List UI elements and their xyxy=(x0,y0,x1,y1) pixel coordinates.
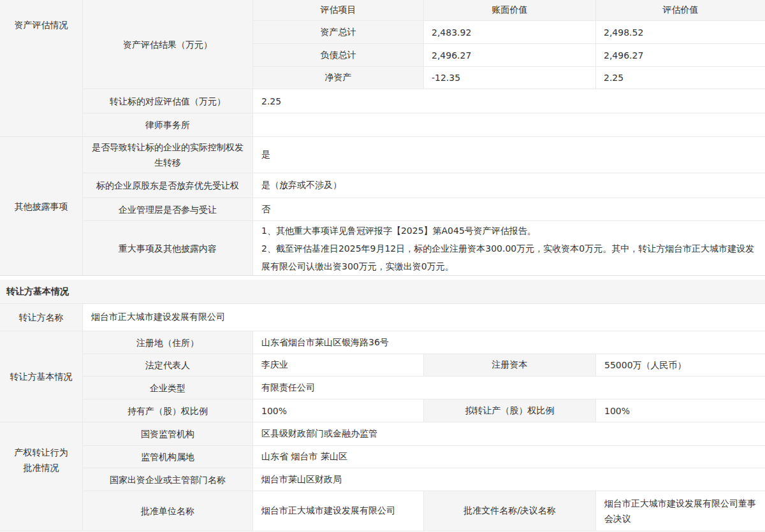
property-transfer-disclosure-page: 资产评估情况 资产评估结果（万元） 评估项目 账面价值 评估价值 资产总计 2,… xyxy=(0,0,765,532)
major-matters-row: 重大事项及其他披露内容 1、其他重大事项详见鲁冠评报字【2025】第A045号资… xyxy=(83,221,765,275)
table-row-total-assets: 资产总计 2,483.92 2,498.52 xyxy=(253,21,765,44)
regulator-row: 国资监管机构 区县级财政部门或金融办监管 xyxy=(83,422,765,446)
field-value-transferor-name: 烟台市正大城市建设发展有限公司 xyxy=(83,304,765,331)
transferor-basic-info-group: 转让方基本情况 注册地（住所） 山东省烟台市莱山区银海路36号 法定代表人 李庆… xyxy=(0,331,765,422)
group-label-text-line1: 产权转让行为 xyxy=(15,445,68,460)
evaluation-table-header-row: 评估项目 账面价值 评估价值 xyxy=(253,0,765,21)
legal-rep-row: 法定代表人 李庆业 注册资本 55000万（人民币） xyxy=(83,354,765,377)
other-disclosure-rows: 是否导致转让标的企业的实际控制权发生转移 是 标的企业原股东是否放弃优先受让权 … xyxy=(83,137,765,275)
field-label-company-type: 企业类型 xyxy=(83,377,253,399)
field-value-target-value: 2.25 xyxy=(253,89,765,113)
target-assessed-value-row: 转让标的对应评估值（万元） 2.25 xyxy=(83,89,765,113)
group-label-basic-info: 转让方基本情况 xyxy=(0,331,83,422)
field-label-legal-rep: 法定代表人 xyxy=(83,354,253,376)
group-label-asset-evaluation: 资产评估情况 xyxy=(0,0,83,136)
approval-unit-row: 批准单位名称 烟台市正大城市建设发展有限公司 批准文件名称/决议名称 烟台市正大… xyxy=(83,491,765,531)
field-value-address: 山东省烟台市莱山区银海路36号 xyxy=(253,331,765,354)
group-label-text: 其他披露事项 xyxy=(15,199,68,214)
field-value-transfer-ratio: 100% xyxy=(596,399,765,422)
major-matters-line-2: 2、截至评估基准日2025年9月12日，标的企业注册资本300.00万元，实收资… xyxy=(261,240,757,275)
waiver-row: 标的企业原股东是否放弃优先受让权 是（放弃或不涉及） xyxy=(83,173,765,198)
field-label-holding-ratio: 持有产（股）权比例 xyxy=(83,399,253,422)
section-title-transferor: 转让方基本情况 xyxy=(0,280,765,304)
field-label-approval-document: 批准文件名称/决议名称 xyxy=(424,491,596,531)
control-transfer-row: 是否导致转让标的企业的实际控制权发生转移 是 xyxy=(83,137,765,173)
book-value-cell: 2,483.92 xyxy=(424,21,596,43)
transferor-name-row: 转让方名称 烟台市正大城市建设发展有限公司 xyxy=(0,304,765,331)
major-matters-line-1: 1、其他重大事项详见鲁冠评报字【2025】第A045号资产评估报告。 xyxy=(261,222,536,240)
registered-address-row: 注册地（住所） 山东省烟台市莱山区银海路36号 xyxy=(83,331,765,354)
state-entity-row: 国家出资企业或主管部门名称 烟台市莱山区财政局 xyxy=(83,468,765,491)
approval-status-group: 产权转让行为 批准情况 国资监管机构 区县级财政部门或金融办监管 监管机构属地 … xyxy=(0,422,765,531)
law-firm-row: 律师事务所 xyxy=(83,113,765,136)
book-value-cell: 2,496.27 xyxy=(424,44,596,66)
field-value-waiver: 是（放弃或不涉及） xyxy=(253,173,765,198)
field-value-management: 否 xyxy=(253,198,765,220)
field-label-transfer-ratio: 拟转让产（股）权比例 xyxy=(424,399,596,422)
field-label-registered-capital: 注册资本 xyxy=(424,354,596,376)
field-label-waiver: 标的企业原股东是否放弃优先受让权 xyxy=(83,173,253,198)
field-label-control-transfer: 是否导致转让标的企业的实际控制权发生转移 xyxy=(83,137,253,173)
approval-rows: 国资监管机构 区县级财政部门或金融办监管 监管机构属地 山东省 烟台市 莱山区 … xyxy=(83,422,765,531)
field-value-regulator-location: 山东省 烟台市 莱山区 xyxy=(253,446,765,468)
field-label-address: 注册地（住所） xyxy=(83,331,253,354)
field-label-approval-unit: 批准单位名称 xyxy=(83,491,253,531)
group-label-other-disclosure: 其他披露事项 xyxy=(0,137,83,275)
group-label-text-line2: 批准情况 xyxy=(24,460,59,475)
field-value-registered-capital: 55000万（人民币） xyxy=(596,354,765,376)
asset-eval-result-row: 资产评估结果（万元） 评估项目 账面价值 评估价值 资产总计 2,483.92 … xyxy=(83,0,765,89)
basic-info-rows: 注册地（住所） 山东省烟台市莱山区银海路36号 法定代表人 李庆业 注册资本 5… xyxy=(83,331,765,422)
field-label-eval-result: 资产评估结果（万元） xyxy=(83,0,253,89)
section-title-text: 转让方基本情况 xyxy=(6,286,69,298)
assessed-value-cell: 2.25 xyxy=(596,67,765,89)
field-value-legal-rep: 李庆业 xyxy=(253,354,424,376)
field-value-state-entity: 烟台市莱山区财政局 xyxy=(253,468,765,491)
field-label-regulator: 国资监管机构 xyxy=(83,422,253,445)
table-row-total-liabilities: 负债总计 2,496.27 2,496.27 xyxy=(253,44,765,67)
company-type-row: 企业类型 有限责任公司 xyxy=(83,377,765,399)
holding-ratio-row: 持有产（股）权比例 100% 拟转让产（股）权比例 100% xyxy=(83,399,765,422)
field-value-regulator: 区县级财政部门或金融办监管 xyxy=(253,422,765,445)
table-row-net-assets: 净资产 -12.35 2.25 xyxy=(253,67,765,89)
header-book-value: 账面价值 xyxy=(424,0,596,20)
group-label-text: 资产评估情况 xyxy=(15,17,68,32)
field-label-law-firm: 律师事务所 xyxy=(83,113,253,136)
eval-item-cell: 净资产 xyxy=(253,67,424,89)
book-value-cell: -12.35 xyxy=(424,67,596,89)
field-label-target-value: 转让标的对应评估值（万元） xyxy=(83,89,253,113)
field-value-major-matters: 1、其他重大事项详见鲁冠评报字【2025】第A045号资产评估报告。 2、截至评… xyxy=(253,221,765,275)
field-label-transferor-name: 转让方名称 xyxy=(0,304,83,331)
field-value-approval-document: 烟台市正大城市建设发展有限公司董事会决议 xyxy=(596,491,765,531)
assessed-value-cell: 2,496.27 xyxy=(596,44,765,66)
regulator-location-row: 监管机构属地 山东省 烟台市 莱山区 xyxy=(83,446,765,468)
field-value-approval-unit: 烟台市正大城市建设发展有限公司 xyxy=(253,491,424,531)
field-value-law-firm xyxy=(253,113,765,136)
field-value-company-type: 有限责任公司 xyxy=(253,377,765,399)
management-participation-row: 企业管理层是否参与受让 否 xyxy=(83,198,765,221)
field-value-control-transfer: 是 xyxy=(253,137,765,173)
eval-item-cell: 资产总计 xyxy=(253,21,424,43)
header-assessed-value: 评估价值 xyxy=(596,0,765,20)
eval-item-cell: 负债总计 xyxy=(253,44,424,66)
evaluation-table: 评估项目 账面价值 评估价值 资产总计 2,483.92 2,498.52 负债… xyxy=(253,0,765,89)
field-label-state-entity: 国家出资企业或主管部门名称 xyxy=(83,468,253,491)
assessed-value-cell: 2,498.52 xyxy=(596,21,765,43)
asset-evaluation-rows: 资产评估结果（万元） 评估项目 账面价值 评估价值 资产总计 2,483.92 … xyxy=(83,0,765,136)
field-value-holding-ratio: 100% xyxy=(253,399,424,422)
field-label-management: 企业管理层是否参与受让 xyxy=(83,198,253,220)
other-disclosure-group: 其他披露事项 是否导致转让标的企业的实际控制权发生转移 是 标的企业原股东是否放… xyxy=(0,137,765,276)
field-label-major-matters: 重大事项及其他披露内容 xyxy=(83,221,253,275)
group-label-text: 转让方基本情况 xyxy=(10,369,73,384)
group-label-approval-status: 产权转让行为 批准情况 xyxy=(0,422,83,531)
asset-evaluation-group: 资产评估情况 资产评估结果（万元） 评估项目 账面价值 评估价值 资产总计 2,… xyxy=(0,0,765,137)
header-eval-item: 评估项目 xyxy=(253,0,424,20)
field-label-regulator-location: 监管机构属地 xyxy=(83,446,253,468)
